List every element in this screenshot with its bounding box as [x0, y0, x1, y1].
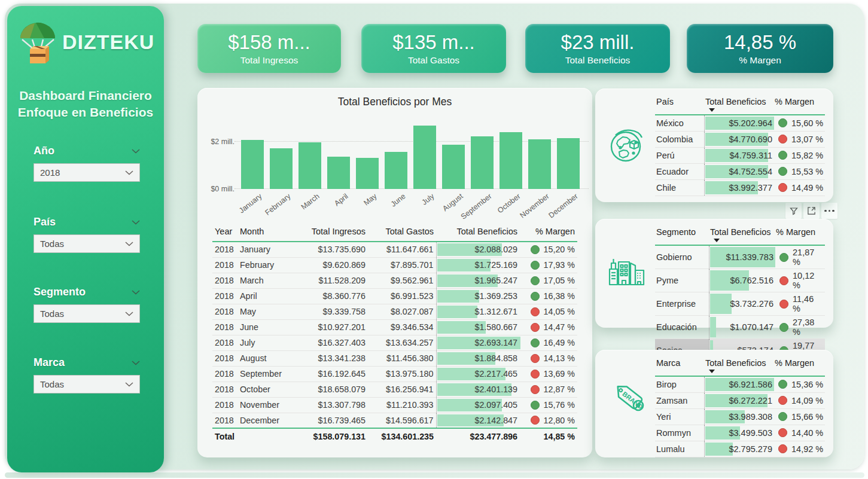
table-row-december[interactable]: 2018December$16.739.465$14.596.617$2.142… — [212, 413, 577, 428]
col-header-gastos[interactable]: Total Gastos — [368, 224, 436, 242]
bar-february[interactable] — [270, 148, 293, 189]
more-options-icon[interactable] — [821, 203, 837, 219]
dashboard-title: Dashboard Financiero Enfoque en Benefici… — [7, 87, 164, 121]
bar-september[interactable] — [471, 136, 494, 189]
table-row-april[interactable]: 2018April$8.360.776$6.991.523$1.369.2531… — [212, 288, 577, 304]
panel-row-perú[interactable]: Perú$4.759.31115,82 % — [655, 147, 825, 163]
col-header-margen[interactable]: % Margen — [520, 224, 577, 242]
panel-row-lumalu[interactable]: Lumalu$2.795.27914,92 % — [655, 441, 825, 457]
panel-row-educación[interactable]: Educación$1.070.14727,38 % — [655, 316, 825, 339]
panel-row-ecuador[interactable]: Ecuador$4.752.55415,53 % — [655, 163, 825, 179]
col-header-year[interactable]: Year — [212, 224, 237, 242]
sidebar: DIZTEKU Dashboard Financiero Enfoque en … — [7, 6, 164, 472]
pais-col-header[interactable]: País — [655, 94, 704, 108]
marca-col-header[interactable]: Marca — [655, 356, 704, 369]
bar-july[interactable] — [413, 126, 436, 189]
status-dot-red — [778, 444, 787, 453]
table-row-may[interactable]: 2018May$9.339.758$8.027.087$1.312.67114,… — [212, 304, 577, 319]
kpi-card-total-gastos[interactable]: $135 m... Total Gastos — [361, 24, 506, 73]
filter-icon[interactable] — [785, 203, 802, 219]
bar-august[interactable] — [442, 145, 465, 190]
table-row-march[interactable]: 2018March$11.528.209$9.562.961$1.965.247… — [212, 273, 577, 288]
x-tick-label: June — [389, 192, 407, 209]
table-row-june[interactable]: 2018June$10.927.201$9.346.534$1.580.6671… — [212, 319, 577, 335]
pais-value-header[interactable]: Total Beneficios — [704, 94, 773, 108]
marca-value-header[interactable]: Total Beneficios — [704, 356, 773, 369]
table-row-november[interactable]: 2018November$13.307.798$11.210.393$2.097… — [212, 397, 577, 413]
panel-row-enterprise[interactable]: Enterprise$3.732.27611,46 % — [655, 292, 825, 316]
sort-descending-icon[interactable] — [709, 108, 715, 112]
chevron-down-icon[interactable] — [132, 289, 140, 295]
brand-tag-icon: BRAND — [604, 350, 650, 457]
filter-year: Año 2018 — [33, 145, 140, 182]
table-total-row: Total $158.079.131 $134.601.235 $23.477.… — [212, 428, 577, 444]
pais-margin-header[interactable]: % Margen — [773, 94, 825, 108]
bar-april[interactable] — [327, 157, 350, 189]
marca-margin-header[interactable]: % Margen — [773, 356, 825, 369]
kpi-label: % Margen — [739, 55, 781, 66]
x-tick-label: January — [237, 192, 264, 215]
bar-march[interactable] — [299, 142, 321, 189]
x-tick-label: October — [496, 192, 522, 215]
finance-table: Year Month Total Ingresos Total Gastos T… — [212, 224, 577, 444]
segmento-panel: Segmento Total Beneficios % Margen Gobie… — [595, 219, 833, 328]
panel-row-zamsan[interactable]: Zamsan$6.272.22114,09 % — [655, 392, 825, 408]
kpi-card-total-beneficios[interactable]: $23 mill. Total Beneficios — [525, 24, 670, 73]
total-label: Total — [212, 428, 293, 444]
country-dropdown[interactable]: Todas — [33, 234, 140, 253]
total-ingresos: $158.079.131 — [293, 428, 368, 444]
segment-dropdown[interactable]: Todas — [33, 304, 140, 323]
segmento-margin-header[interactable]: % Margen — [775, 225, 825, 238]
status-dot-green — [778, 151, 787, 160]
parachute-box-icon — [18, 19, 57, 65]
status-dot-green — [531, 276, 540, 285]
panel-row-méxico[interactable]: México$5.202.96415,60 % — [655, 115, 825, 131]
brand-dropdown[interactable]: Todas — [33, 375, 140, 393]
status-dot-green — [531, 401, 540, 410]
panel-row-colombia[interactable]: Colombia$4.770.69013,07 % — [655, 131, 825, 147]
col-header-ingresos[interactable]: Total Ingresos — [293, 224, 368, 242]
chevron-down-icon — [125, 382, 133, 387]
year-dropdown[interactable]: 2018 — [33, 163, 140, 182]
table-row-september[interactable]: 2018September$16.192.645$13.975.180$2.21… — [212, 366, 577, 382]
bar-may[interactable] — [356, 158, 379, 189]
bar-november[interactable] — [528, 139, 551, 189]
marca-table: Marca Total Beneficios % Margen Birop$6.… — [655, 356, 825, 457]
segmento-col-header[interactable]: Segmento — [655, 225, 709, 238]
bar-october[interactable] — [500, 132, 522, 189]
col-header-month[interactable]: Month — [237, 224, 293, 242]
table-row-january[interactable]: 2018January$13.735.690$11.647.661$2.088.… — [212, 242, 577, 257]
kpi-label: Total Beneficios — [565, 55, 631, 66]
status-dot-red — [779, 300, 788, 309]
panel-row-pyme[interactable]: Pyme$6.762.51610,12 % — [655, 269, 825, 292]
segmento-value-header[interactable]: Total Beneficios — [709, 225, 775, 238]
chevron-down-icon — [125, 170, 133, 175]
chevron-down-icon[interactable] — [132, 219, 140, 225]
status-dot-green — [531, 292, 540, 301]
table-row-february[interactable]: 2018February$9.620.869$7.895.701$1.725.1… — [212, 257, 577, 273]
focus-mode-icon[interactable] — [803, 203, 820, 219]
table-row-august[interactable]: 2018August$13.341.238$11.456.380$1.884.8… — [212, 350, 577, 366]
sort-descending-icon[interactable] — [714, 239, 720, 242]
kpi-card-margen[interactable]: 14,85 % % Margen — [687, 24, 833, 73]
chevron-down-icon[interactable] — [132, 360, 140, 365]
kpi-card-total-ingresos[interactable]: $158 m... Total Ingresos — [197, 24, 341, 73]
col-header-beneficios[interactable]: Total Beneficios — [436, 224, 520, 242]
chart-title: Total Beneficios por Mes — [197, 96, 592, 108]
bar-december[interactable] — [557, 138, 580, 189]
status-dot-green — [778, 118, 787, 127]
panel-row-gobierno[interactable]: Gobierno$11.339.78321,87 % — [655, 245, 825, 269]
panel-row-chile[interactable]: Chile$3.992.37714,49 % — [655, 179, 825, 196]
status-dot-green — [779, 323, 788, 332]
sort-descending-icon[interactable] — [709, 370, 715, 373]
status-dot-red — [531, 354, 540, 363]
table-row-october[interactable]: 2018October$18.658.079$16.256.941$2.401.… — [212, 382, 577, 397]
panel-row-rommyn[interactable]: Rommyn$3.499.50314,40 % — [655, 425, 825, 441]
chevron-down-icon[interactable] — [132, 148, 140, 154]
table-row-july[interactable]: 2018July$16.327.403$13.634.257$2.693.147… — [212, 335, 577, 350]
bar-june[interactable] — [385, 152, 407, 189]
panel-row-birop[interactable]: Birop$6.921.58615,36 % — [655, 376, 825, 392]
panel-row-yeri[interactable]: Yeri$3.989.30815,66 % — [655, 408, 825, 425]
bar-january[interactable] — [241, 140, 264, 190]
filter-brand-label: Marca — [33, 356, 65, 369]
